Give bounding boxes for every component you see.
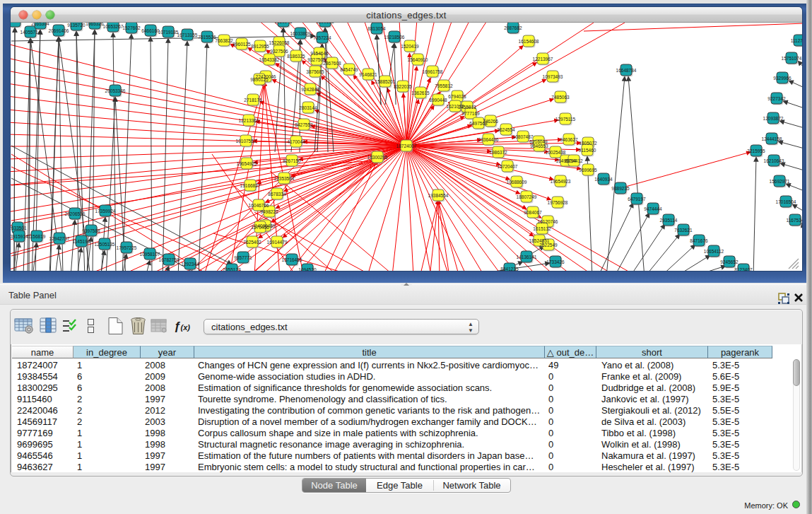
svg-text:7986372: 7986372 [489, 150, 507, 155]
svg-text:17016504: 17016504 [776, 199, 796, 204]
svg-text:1145194: 1145194 [73, 239, 90, 244]
svg-text:1805072: 1805072 [579, 141, 597, 146]
svg-text:2522549: 2522549 [539, 243, 558, 247]
svg-text:19384554: 19384554 [428, 193, 449, 198]
svg-text:1065326: 1065326 [86, 23, 104, 26]
svg-text:9327506: 9327506 [270, 49, 288, 54]
svg-text:14055714: 14055714 [20, 30, 41, 35]
svg-text:9084067: 9084067 [524, 210, 542, 215]
svg-text:9146821: 9146821 [359, 72, 377, 77]
svg-text:9245652: 9245652 [720, 259, 739, 264]
svg-text:15751074: 15751074 [782, 56, 802, 61]
svg-text:8834412: 8834412 [565, 158, 583, 163]
svg-text:15716485: 15716485 [282, 257, 302, 262]
svg-text:1570456: 1570456 [251, 225, 269, 230]
svg-text:6479197: 6479197 [628, 197, 646, 201]
svg-text:746266: 746266 [483, 119, 498, 124]
svg-text:1167534: 1167534 [787, 218, 802, 223]
svg-text:9498222: 9498222 [260, 209, 278, 214]
svg-text:9227342: 9227342 [767, 96, 786, 101]
svg-text:15720407: 15720407 [498, 164, 518, 169]
svg-text:20206536: 20206536 [65, 211, 86, 216]
svg-text:7485063: 7485063 [551, 95, 570, 100]
svg-text:2803144: 2803144 [299, 105, 317, 110]
svg-text:1292344: 1292344 [181, 262, 199, 267]
svg-text:15640910: 15640910 [408, 57, 428, 62]
svg-text:2935114: 2935114 [660, 218, 678, 223]
svg-text:16648784: 16648784 [616, 68, 637, 73]
svg-text:8267150: 8267150 [283, 158, 301, 163]
svg-text:12213369: 12213369 [239, 118, 259, 123]
svg-text:19218506: 19218506 [384, 35, 405, 40]
svg-text:3915914: 3915914 [11, 234, 28, 239]
svg-text:8678334: 8678334 [268, 192, 286, 197]
svg-text:18807249: 18807249 [517, 194, 537, 199]
svg-text:16210643: 16210643 [764, 158, 784, 163]
svg-text:3215955: 3215955 [747, 148, 765, 153]
svg-text:19654925: 19654925 [237, 161, 257, 166]
svg-text:15226058: 15226058 [269, 40, 290, 45]
svg-text:10958107: 10958107 [140, 252, 160, 257]
svg-text:9463627: 9463627 [560, 137, 578, 142]
svg-text:9777169: 9777169 [461, 111, 480, 116]
svg-text:1156819: 1156819 [28, 234, 46, 239]
svg-text:12353594: 12353594 [274, 176, 295, 181]
svg-text:9699695: 9699695 [579, 168, 597, 173]
svg-text:20364436: 20364436 [478, 137, 499, 142]
svg-text:10653267: 10653267 [103, 24, 124, 29]
svg-text:16120746: 16120746 [538, 219, 558, 224]
svg-text:19166827: 19166827 [240, 183, 261, 188]
svg-text:9890125: 9890125 [250, 77, 269, 82]
svg-text:1520419: 1520419 [401, 44, 419, 49]
svg-text:16782759: 16782759 [159, 257, 180, 262]
svg-text:4170044: 4170044 [287, 139, 305, 144]
svg-text:16914479: 16914479 [267, 240, 288, 245]
svg-text:19654923: 19654923 [551, 179, 571, 184]
svg-text:1615132: 1615132 [533, 226, 551, 231]
svg-text:9242848: 9242848 [301, 87, 319, 92]
svg-text:1640934: 1640934 [594, 177, 613, 182]
svg-text:8454749: 8454749 [340, 67, 358, 72]
svg-text:16033809: 16033809 [290, 31, 311, 36]
svg-text:7955812: 7955812 [435, 83, 453, 88]
svg-text:9154646: 9154646 [310, 51, 329, 56]
svg-text:1733426: 1733426 [546, 259, 565, 264]
svg-text:8427552: 8427552 [295, 122, 313, 127]
svg-text:12505135: 12505135 [95, 242, 115, 247]
svg-text:12942737: 12942737 [49, 236, 70, 241]
svg-text:9115460: 9115460 [579, 148, 596, 153]
svg-text:10807487: 10807487 [513, 134, 534, 139]
svg-text:7625402: 7625402 [243, 240, 261, 245]
svg-text:1094520: 1094520 [298, 267, 317, 271]
svg-text:8990448: 8990448 [429, 98, 447, 103]
svg-text:6466160: 6466160 [141, 28, 160, 33]
svg-text:8471676: 8471676 [690, 238, 708, 243]
svg-text:9329966: 9329966 [773, 76, 792, 81]
svg-text:9474444: 9474444 [644, 206, 662, 211]
svg-text:16543382: 16543382 [259, 57, 280, 62]
svg-text:10107552: 10107552 [236, 139, 257, 144]
svg-text:8123407: 8123407 [734, 267, 753, 271]
svg-text:7632621: 7632621 [674, 228, 693, 233]
svg-text:2087682: 2087682 [504, 25, 522, 30]
svg-text:12213967: 12213967 [533, 57, 553, 62]
svg-text:8841235: 8841235 [500, 267, 519, 271]
svg-text:9135720: 9135720 [67, 23, 86, 28]
svg-text:3624554: 3624554 [497, 127, 515, 132]
svg-text:2867608: 2867608 [323, 61, 341, 66]
svg-text:16154608: 16154608 [519, 39, 539, 44]
svg-text:8813054: 8813054 [367, 26, 386, 31]
svg-text:1362615: 1362615 [411, 90, 430, 95]
svg-text:18300295: 18300295 [367, 155, 388, 160]
svg-text:10654112: 10654112 [704, 249, 724, 254]
svg-text:9857771: 9857771 [234, 255, 252, 260]
svg-text:2055173: 2055173 [223, 267, 241, 271]
svg-text:12093872: 12093872 [763, 116, 784, 121]
svg-text:15692971: 15692971 [770, 179, 790, 184]
svg-text:8912955: 8912955 [251, 44, 269, 49]
svg-text:12444158: 12444158 [762, 136, 782, 141]
svg-text:9389235: 9389235 [611, 186, 630, 191]
svg-text:8322035: 8322035 [394, 84, 412, 89]
svg-text:2455813: 2455813 [458, 105, 476, 110]
svg-text:10719185: 10719185 [158, 30, 179, 35]
